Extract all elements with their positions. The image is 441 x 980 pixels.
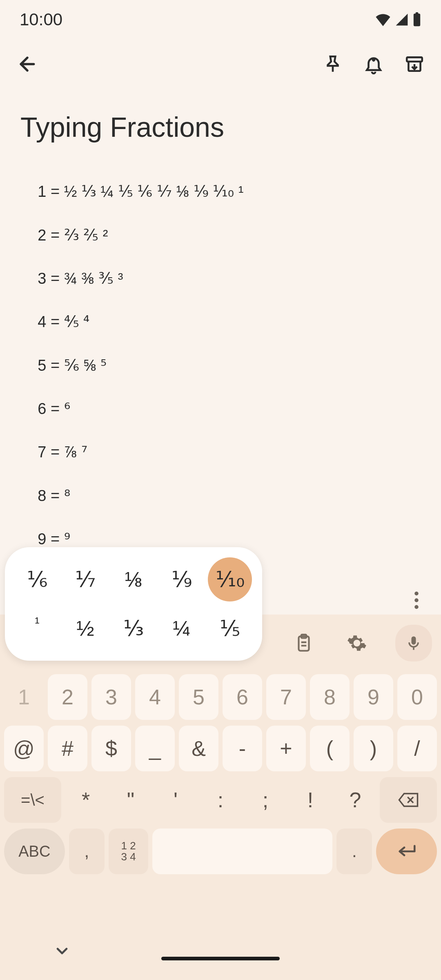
key-9[interactable]: 9 <box>354 674 393 720</box>
pin-button[interactable] <box>323 54 343 74</box>
note-line: 3 = ¾ ⅜ ⅗ ³ <box>38 270 123 287</box>
key-dollar[interactable]: $ <box>91 726 131 771</box>
key-1[interactable]: 1 <box>4 674 44 720</box>
key-comma[interactable]: , <box>69 829 105 874</box>
key-lparen[interactable]: ( <box>310 726 350 771</box>
key-abc[interactable]: ABC <box>4 829 65 874</box>
key-space[interactable] <box>152 829 332 874</box>
key-plus[interactable]: + <box>266 726 306 771</box>
reminder-button[interactable] <box>363 54 384 74</box>
note-line: 6 = ⁶ <box>38 400 70 417</box>
wifi-icon <box>375 13 391 26</box>
popup-option-one-third[interactable]: ⅓ <box>111 606 156 650</box>
settings-button[interactable] <box>342 628 372 658</box>
battery-icon <box>412 12 421 27</box>
key-colon[interactable]: : <box>200 777 241 823</box>
key-3[interactable]: 3 <box>91 674 131 720</box>
svg-rect-0 <box>414 13 420 26</box>
key-asterisk[interactable]: * <box>65 777 106 823</box>
note-line: 9 = ⁹ <box>38 530 70 548</box>
keyboard: 1 2 3 4 5 6 7 8 9 0 @ # $ _ & - + ( ) / … <box>0 672 441 980</box>
svg-point-4 <box>414 598 419 602</box>
popup-option-one-sixth[interactable]: ⅙ <box>15 557 59 601</box>
key-8[interactable]: 8 <box>310 674 350 720</box>
popup-option-one-half[interactable]: ½ <box>63 606 107 650</box>
popup-option-superscript-one[interactable]: ¹ <box>15 606 59 650</box>
note-line: 1 = ½ ⅓ ¼ ⅕ ⅙ ⅐ ⅛ ⅑ ⅒ ¹ <box>38 183 243 200</box>
key-exclaim[interactable]: ! <box>290 777 331 823</box>
popup-option-one-fifth[interactable]: ⅕ <box>208 606 252 650</box>
popup-option-one-tenth[interactable]: ⅒ <box>208 557 252 601</box>
navigation-bar <box>0 937 441 980</box>
key-0[interactable]: 0 <box>397 674 437 720</box>
note-line: 2 = ⅔ ⅖ ² <box>38 227 108 244</box>
nav-handle[interactable] <box>161 957 280 960</box>
note-line: 7 = ⅞ ⁷ <box>38 443 87 461</box>
note-title[interactable]: Typing Fractions <box>20 111 421 143</box>
key-enter[interactable] <box>376 829 437 874</box>
key-slash[interactable]: / <box>397 726 437 771</box>
key-semicolon[interactable]: ; <box>245 777 286 823</box>
key-rparen[interactable]: ) <box>354 726 393 771</box>
key-numpad[interactable]: 1 2 3 4 <box>109 829 148 874</box>
key-at[interactable]: @ <box>4 726 44 771</box>
keyboard-row-1: 1 2 3 4 5 6 7 8 9 0 <box>4 674 437 720</box>
key-minus[interactable]: - <box>223 726 262 771</box>
voice-input-button[interactable] <box>395 625 432 662</box>
key-5[interactable]: 5 <box>179 674 218 720</box>
key-more-symbols[interactable]: =\< <box>4 777 61 823</box>
key-underscore[interactable]: _ <box>135 726 175 771</box>
key-single-quote[interactable]: ' <box>155 777 196 823</box>
popup-option-one-seventh[interactable]: ⅐ <box>63 557 107 601</box>
popup-row: ⅙ ⅐ ⅛ ⅑ ⅒ <box>13 557 254 601</box>
collapse-keyboard-button[interactable] <box>53 942 71 962</box>
keyboard-row-4: ABC , 1 2 3 4 . <box>4 829 437 874</box>
popup-option-one-eighth[interactable]: ⅛ <box>111 557 156 601</box>
svg-point-5 <box>414 605 419 609</box>
key-numpad-label: 1 2 3 4 <box>121 840 136 863</box>
archive-button[interactable] <box>404 54 425 74</box>
popup-option-one-quarter[interactable]: ¼ <box>160 606 204 650</box>
note-line: 8 = ⁸ <box>38 487 70 504</box>
app-bar <box>0 38 441 91</box>
svg-rect-2 <box>407 57 422 61</box>
status-time: 10:00 <box>20 10 62 29</box>
key-6[interactable]: 6 <box>223 674 262 720</box>
status-bar: 10:00 <box>0 0 441 38</box>
key-ampersand[interactable]: & <box>179 726 218 771</box>
popup-option-one-ninth[interactable]: ⅑ <box>160 557 204 601</box>
key-double-quote[interactable]: " <box>110 777 151 823</box>
note-line: 4 = ⅘ ⁴ <box>38 313 89 330</box>
key-7[interactable]: 7 <box>266 674 306 720</box>
svg-rect-1 <box>416 12 419 14</box>
popup-row: ¹ ½ ⅓ ¼ ⅕ <box>13 606 254 650</box>
back-button[interactable] <box>16 53 38 75</box>
key-question[interactable]: ? <box>335 777 376 823</box>
key-period[interactable]: . <box>336 829 372 874</box>
key-backspace[interactable] <box>380 777 437 823</box>
svg-point-3 <box>414 592 419 596</box>
key-4[interactable]: 4 <box>135 674 175 720</box>
svg-rect-8 <box>412 637 416 645</box>
character-popup: ⅙ ⅐ ⅛ ⅑ ⅒ ¹ ½ ⅓ ¼ ⅕ <box>5 547 262 661</box>
keyboard-row-3: =\< * " ' : ; ! ? <box>4 777 437 823</box>
key-2[interactable]: 2 <box>48 674 87 720</box>
keyboard-row-2: @ # $ _ & - + ( ) / <box>4 726 437 771</box>
key-hash[interactable]: # <box>48 726 87 771</box>
status-icons <box>375 12 421 27</box>
clipboard-button[interactable] <box>289 628 318 658</box>
cellular-icon <box>394 13 409 26</box>
note-line: 5 = ⅚ ⅝ ⁵ <box>38 357 107 374</box>
